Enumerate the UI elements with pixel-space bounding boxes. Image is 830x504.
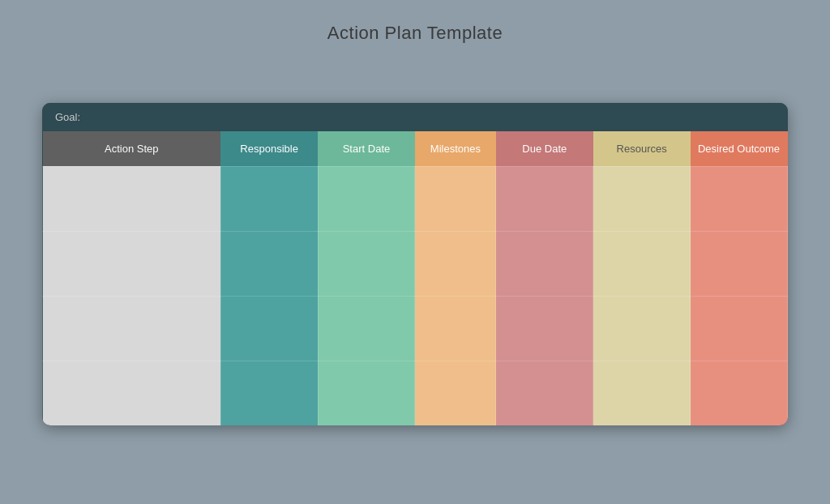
cell-mile-1[interactable]: [415, 231, 496, 296]
table-row: [43, 361, 788, 425]
cell-resp-3[interactable]: [220, 361, 318, 425]
cell-start-2[interactable]: [318, 296, 415, 361]
cell-desired-3[interactable]: [691, 361, 788, 425]
page-title: Action Plan Template: [327, 23, 503, 44]
cell-desired-1[interactable]: [691, 231, 788, 296]
cell-start-3[interactable]: [318, 361, 415, 425]
cell-desired-2[interactable]: [691, 296, 788, 361]
cell-resp-2[interactable]: [220, 296, 318, 361]
cell-resp-0[interactable]: [220, 166, 318, 231]
col-header-res: Resources: [593, 131, 691, 167]
cell-res-0[interactable]: [593, 166, 691, 231]
cell-action-0[interactable]: [43, 166, 221, 231]
cell-res-1[interactable]: [593, 231, 691, 296]
cell-desired-0[interactable]: [691, 166, 788, 231]
cell-action-3[interactable]: [43, 361, 221, 425]
col-header-mile: Milestones: [415, 131, 496, 167]
cell-start-0[interactable]: [318, 166, 415, 231]
cell-start-1[interactable]: [318, 231, 415, 296]
cell-res-2[interactable]: [593, 296, 691, 361]
cell-due-3[interactable]: [496, 361, 593, 425]
table-row: [43, 296, 788, 361]
cell-action-1[interactable]: [43, 231, 221, 296]
action-plan-container: Goal: Action StepResponsibleStart DateMi…: [42, 103, 788, 426]
cell-due-0[interactable]: [496, 166, 593, 231]
cell-res-3[interactable]: [593, 361, 691, 425]
col-header-action: Action Step: [43, 131, 221, 167]
action-plan-table: Action StepResponsibleStart DateMileston…: [42, 131, 788, 426]
goal-label: Goal:: [55, 111, 80, 123]
cell-due-2[interactable]: [496, 296, 593, 361]
col-header-resp: Responsible: [220, 131, 318, 167]
col-header-start: Start Date: [318, 131, 415, 167]
table-row: [43, 231, 788, 296]
cell-mile-0[interactable]: [415, 166, 496, 231]
cell-resp-1[interactable]: [220, 231, 318, 296]
col-header-desired: Desired Outcome: [691, 131, 788, 167]
cell-mile-2[interactable]: [415, 296, 496, 361]
cell-due-1[interactable]: [496, 231, 593, 296]
cell-mile-3[interactable]: [415, 361, 496, 425]
goal-bar: Goal:: [42, 103, 788, 131]
table-row: [43, 166, 788, 231]
cell-action-2[interactable]: [43, 296, 221, 361]
col-header-due: Due Date: [496, 131, 593, 167]
